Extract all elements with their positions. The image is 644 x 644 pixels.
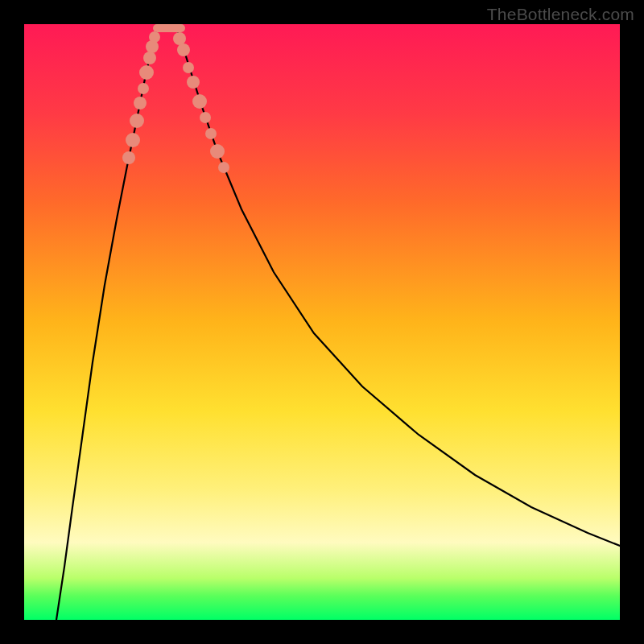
data-marker: [192, 94, 207, 109]
watermark-text: TheBottleneck.com: [487, 5, 634, 24]
data-marker: [205, 128, 217, 139]
data-marker: [143, 52, 156, 64]
data-marker: [187, 76, 200, 89]
data-marker: [200, 112, 211, 123]
left-bottleneck-curve: [56, 24, 159, 620]
left-curve-markers: [122, 31, 160, 164]
data-marker: [218, 162, 229, 173]
data-marker: [173, 32, 186, 45]
data-marker: [130, 114, 144, 128]
data-marker: [139, 65, 154, 80]
plot-area: [24, 24, 620, 620]
data-marker: [122, 151, 135, 164]
data-marker: [138, 83, 149, 94]
data-marker: [126, 133, 140, 147]
valley-marker: [153, 24, 185, 32]
data-marker: [149, 31, 160, 43]
chart-frame: TheBottleneck.com: [0, 0, 644, 644]
data-marker: [210, 144, 225, 159]
right-bottleneck-curve: [175, 24, 620, 546]
data-marker: [177, 43, 190, 56]
data-marker: [134, 97, 147, 109]
right-curve-markers: [173, 32, 229, 173]
curves-layer: [24, 24, 620, 620]
data-marker: [183, 62, 194, 73]
